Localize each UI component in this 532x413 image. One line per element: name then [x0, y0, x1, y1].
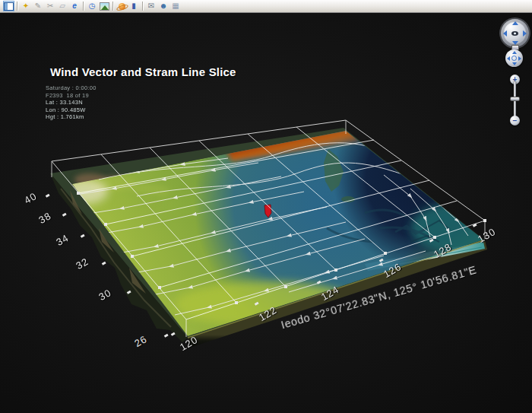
eye-icon [511, 31, 518, 36]
toolbar-separator [83, 2, 84, 11]
zoom-out-button[interactable]: − [510, 116, 520, 125]
pencil-button[interactable]: ✎ [33, 1, 44, 11]
layout-panel-button[interactable] [3, 1, 14, 11]
pan-control[interactable] [505, 49, 523, 67]
hud-hgt: Hgt : 1.761km [46, 113, 97, 121]
application-window: Wind Vector and Stram Line Slice Saturda… [0, 0, 532, 413]
toolbar-separator [112, 2, 113, 11]
browser-icon: e [72, 2, 77, 10]
eraser-icon: ▱ [59, 2, 65, 10]
photo-note-icon: ▦ [172, 2, 179, 10]
hud-time: Saturday : 0:00:00 [46, 84, 97, 92]
hud-frame: F2393 18 of 19 [46, 92, 97, 100]
image-button[interactable] [99, 1, 110, 11]
eraser-button[interactable]: ▱ [57, 1, 68, 11]
image-icon [100, 2, 109, 11]
globe-clock-icon: ◷ [89, 2, 96, 10]
pan-up-arrow-icon[interactable] [512, 51, 517, 54]
hud-lon: Lon : 90.485W [46, 106, 97, 114]
viewport-3d[interactable]: Wind Vector and Stram Line Slice Saturda… [0, 0, 532, 413]
layout-panel-icon [4, 2, 14, 11]
hud-lat: Lat : 33.143N [46, 99, 97, 106]
toolbar-separator [142, 2, 143, 11]
pan-right-arrow-icon[interactable] [518, 56, 521, 61]
orbit-right-arrow-icon[interactable] [523, 30, 527, 37]
orbit-left-arrow-icon[interactable] [503, 30, 507, 37]
mail-icon: ✉ [148, 2, 154, 10]
mail-button[interactable]: ✉ [146, 1, 157, 11]
flash-icon: ✦ [23, 2, 29, 10]
cut-icon: ✂ [47, 2, 53, 10]
browser-button[interactable]: e [69, 1, 81, 11]
cut-button[interactable]: ✂ [45, 1, 56, 11]
column-button[interactable]: ▮ [128, 1, 140, 11]
planet-icon [119, 3, 125, 10]
hud-info-block: Saturday : 0:00:00 F2393 18 of 19 Lat : … [46, 84, 97, 121]
pencil-icon: ✎ [35, 2, 41, 10]
photo-note-button[interactable]: ▦ [170, 1, 182, 11]
column-icon: ▮ [131, 2, 136, 10]
terrain-scene[interactable] [0, 0, 532, 413]
user-button[interactable]: ☻ [158, 1, 169, 11]
toolbar-separator [17, 2, 17, 11]
main-toolbar: ✦ ✎ ✂ ▱ e ◷ ▮ ✉ ☻ ▦ [0, 0, 532, 13]
pan-left-arrow-icon[interactable] [507, 56, 510, 61]
pan-down-arrow-icon[interactable] [512, 62, 517, 65]
globe-clock-button[interactable]: ◷ [87, 1, 98, 11]
orbit-control[interactable] [501, 19, 529, 47]
zoom-slider-handle[interactable] [510, 97, 520, 101]
flash-button[interactable]: ✦ [21, 1, 32, 11]
user-icon: ☻ [160, 2, 168, 10]
orbit-up-arrow-icon[interactable] [512, 21, 518, 25]
scene-title: Wind Vector and Stram Line Slice [50, 65, 236, 78]
pan-center-icon [511, 56, 517, 61]
planet-button[interactable] [116, 1, 128, 11]
